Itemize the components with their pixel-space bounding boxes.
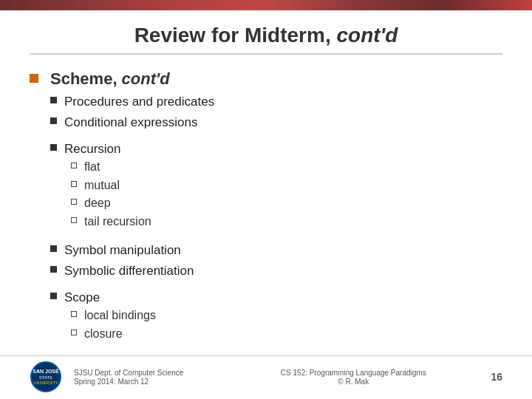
black-square-icon [50,293,57,299]
white-square-icon [71,330,77,335]
main-bullet [30,69,50,348]
sub-item-text: local bindings [84,307,156,324]
black-square-icon [50,117,57,124]
sub-item-text: closure [84,326,123,342]
list-item-group: Recursion flat mutual [50,140,502,230]
item-text: Symbolic differentiation [64,262,194,280]
footer: SAN JOSÉ STATE UNIVERSITY SJSU Dept. of … [0,355,532,399]
items-list: Procedures and predicates Conditional ex… [50,93,502,345]
page-number: 16 [491,371,502,383]
sub-list-item: mutual [71,177,502,194]
sub-list-item: flat [71,159,502,175]
list-item: Scope [50,289,502,307]
black-square-icon [50,266,57,273]
black-square-icon [50,245,57,252]
slide: Review for Midterm, cont'd Scheme, cont'… [0,0,532,399]
top-bar [0,0,532,10]
footer-course: CS 152: Programming Language Paradigms [260,369,446,377]
white-square-icon [71,181,77,187]
sub-items: flat mutual deep [71,159,502,230]
slide-title: Review for Midterm, cont'd [30,24,502,55]
list-item: Symbolic differentiation [50,262,502,280]
black-square-icon [50,97,57,103]
list-item: Recursion [50,140,502,158]
list-item: Procedures and predicates [50,93,502,111]
section-heading-italic: cont'd [122,69,170,88]
section-heading: Scheme, cont'd [50,69,502,89]
sub-item-text: mutual [84,177,120,194]
sub-list-item: tail recursion [71,214,502,230]
svg-text:STATE: STATE [39,375,52,380]
item-text: Conditional expressions [64,114,198,132]
white-square-icon [71,311,77,317]
orange-square-icon [30,74,38,83]
list-item: Conditional expressions [50,114,502,132]
sub-list-item: local bindings [71,307,502,324]
item-text: Procedures and predicates [64,93,214,111]
sub-items: local bindings closure [71,307,502,342]
svg-text:SAN JOSÉ: SAN JOSÉ [33,368,59,374]
footer-institution: SJSU Dept. of Computer Science [74,369,260,377]
white-square-icon [71,163,77,168]
title-italic: cont'd [336,24,398,47]
footer-copyright: © R. Mak [260,378,446,386]
black-square-icon [50,144,57,151]
svg-text:UNIVERSITY: UNIVERSITY [33,381,58,385]
item-text: Scope [64,289,100,307]
item-text: Recursion [64,140,121,158]
footer-date: Spring 2014: March 12 [74,378,260,386]
main-section: Scheme, cont'd Procedures and predicates… [30,69,502,348]
section-content: Scheme, cont'd Procedures and predicates… [50,69,502,348]
list-item: Symbol manipulation [50,242,502,259]
sub-item-text: tail recursion [84,214,151,230]
title-text: Review for Midterm, [134,24,337,47]
sub-item-text: flat [84,159,100,175]
slide-content: Review for Midterm, cont'd Scheme, cont'… [0,10,532,355]
item-text: Symbol manipulation [64,242,181,259]
white-square-icon [71,217,77,223]
section-heading-text: Scheme, [50,69,122,88]
sub-item-text: deep [84,195,111,211]
white-square-icon [71,199,77,205]
list-item-group: Scope local bindings closure [50,289,502,343]
sjsu-logo: SAN JOSÉ STATE UNIVERSITY [30,361,62,393]
sub-list-item: closure [71,326,502,342]
sub-list-item: deep [71,195,502,211]
